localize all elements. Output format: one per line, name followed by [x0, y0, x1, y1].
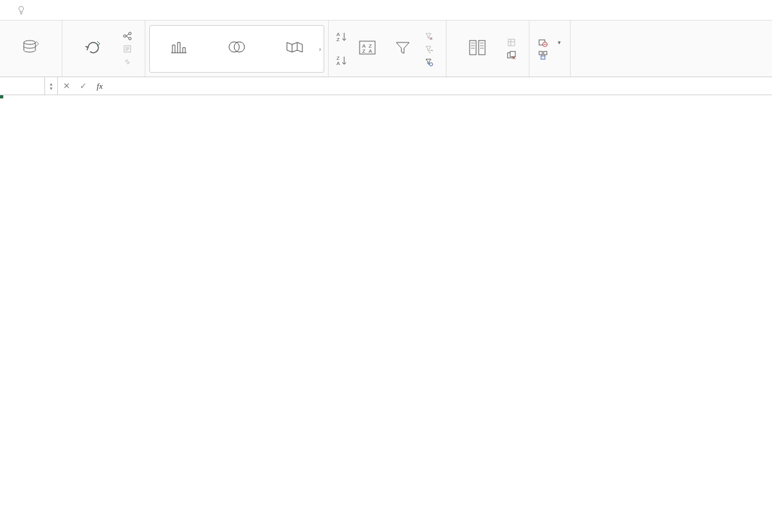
data-validation-button[interactable]: ▾: [536, 37, 564, 48]
filter-icon: [394, 39, 412, 57]
svg-rect-18: [479, 41, 485, 55]
database-icon: [21, 37, 41, 58]
get-external-data-button[interactable]: [5, 23, 57, 75]
stocks-icon: [170, 40, 188, 54]
connections-icon: [123, 32, 132, 41]
svg-text:A: A: [336, 60, 340, 66]
svg-point-1: [124, 35, 126, 37]
svg-point-3: [129, 37, 131, 40]
svg-rect-21: [510, 51, 515, 57]
namebox-spinner[interactable]: ▲▼: [45, 77, 58, 95]
remove-duplicates-button[interactable]: [504, 50, 522, 61]
properties-icon: [123, 44, 132, 53]
sort-asc-icon[interactable]: AZ: [335, 30, 348, 43]
svg-text:Z: Z: [362, 48, 365, 54]
text-to-columns-icon: [467, 38, 488, 57]
clear-button[interactable]: [421, 30, 439, 42]
svg-point-16: [430, 62, 433, 66]
svg-rect-17: [470, 41, 476, 55]
datatypes-expand-icon[interactable]: ›: [319, 45, 321, 52]
tellme[interactable]: [8, 2, 37, 19]
advanced-button[interactable]: [421, 56, 439, 68]
text-to-columns-button[interactable]: [452, 23, 503, 75]
svg-rect-25: [544, 51, 547, 55]
consolidate-icon: [538, 51, 547, 60]
flash-fill-icon: [507, 38, 516, 47]
currencies-icon: [228, 40, 246, 54]
geography-button[interactable]: [266, 26, 324, 72]
reapply-icon: [424, 44, 433, 53]
svg-point-2: [129, 32, 131, 35]
data-types-group: ›: [149, 25, 324, 73]
accept-formula-icon[interactable]: ✓: [75, 81, 91, 91]
svg-text:A: A: [369, 48, 372, 54]
cancel-formula-icon[interactable]: ✕: [58, 81, 75, 91]
validation-icon: [538, 38, 547, 47]
advanced-icon: [424, 57, 433, 66]
filter-button[interactable]: [385, 23, 420, 75]
sort-icon: AZZA: [358, 39, 376, 57]
bulb-icon: [17, 6, 26, 15]
reapply-button[interactable]: [421, 43, 439, 55]
refresh-all-button[interactable]: [68, 23, 119, 75]
geography-icon: [286, 40, 304, 54]
svg-rect-24: [539, 51, 542, 55]
chevron-down-icon: ▾: [558, 39, 561, 46]
stocks-button[interactable]: [150, 26, 208, 72]
remove-dup-icon: [507, 51, 516, 60]
svg-rect-26: [541, 56, 545, 59]
fx-icon[interactable]: fx: [91, 81, 108, 91]
svg-point-0: [24, 41, 35, 44]
flash-fill-button[interactable]: [504, 37, 522, 48]
connections-button[interactable]: [120, 30, 138, 42]
svg-rect-19: [508, 39, 515, 46]
currencies-button[interactable]: [208, 26, 266, 72]
sort-button[interactable]: AZZA: [349, 23, 385, 75]
svg-text:Z: Z: [336, 37, 340, 42]
edit-links-button[interactable]: [120, 56, 138, 68]
consolidate-button[interactable]: [536, 50, 564, 61]
links-icon: [123, 57, 132, 66]
ribbon: › AZ ZA AZZA ▾: [0, 21, 772, 77]
refresh-icon: [83, 37, 104, 58]
ribbon-tabs: [0, 0, 772, 21]
properties-button[interactable]: [120, 43, 138, 55]
formula-bar: ▲▼ ✕ ✓ fx: [0, 77, 772, 95]
sort-desc-icon[interactable]: ZA: [335, 54, 348, 67]
clear-icon: [424, 32, 433, 41]
selection-outline: [0, 95, 3, 98]
grid[interactable]: [0, 95, 772, 532]
name-box[interactable]: [0, 77, 45, 95]
